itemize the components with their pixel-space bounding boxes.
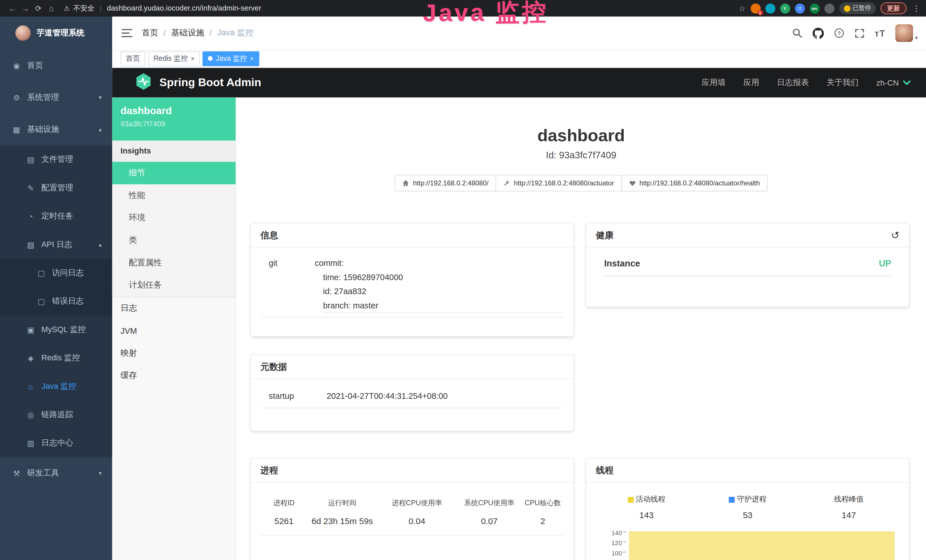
breadcrumb-item[interactable]: 首页: [142, 28, 158, 38]
github-icon[interactable]: [813, 27, 824, 38]
tab-java[interactable]: Java 监控×: [203, 51, 259, 66]
sidebar-item-infra[interactable]: ▦基础设施▴: [0, 114, 112, 145]
instance-link[interactable]: http://192.168.0.2:48080/actuator/health: [621, 175, 767, 191]
url-text[interactable]: dashboard.yudao.iocoder.cn/infra/admin-s…: [107, 4, 261, 12]
sidebar-item-redis[interactable]: ◈Redis 监控: [0, 344, 112, 372]
history-icon[interactable]: ↺: [891, 229, 899, 241]
tool-icon: ⚒: [12, 469, 21, 478]
config-icon: ✎: [26, 183, 35, 192]
sidebar-item-java[interactable]: ♨Java 监控: [0, 372, 112, 401]
security-label[interactable]: 不安全: [73, 3, 95, 13]
extension-icon-orange[interactable]: 1: [750, 3, 760, 13]
db-icon: ▣: [26, 325, 35, 334]
hamburger-icon[interactable]: [112, 29, 142, 37]
user-menu[interactable]: ▾: [896, 24, 918, 42]
threads-chart-plot: [629, 531, 895, 560]
info-line: branch: master: [323, 298, 564, 313]
app-menu: ◉首页⚙系统管理▾▦基础设施▴▤文件管理✎配置管理◔定时任务▧API 日志▴▢访…: [0, 50, 112, 489]
active-dot: [208, 56, 213, 61]
health-card-title: 健康: [596, 230, 613, 241]
process-card: 进程 进程ID5261运行时间6d 23h 15m 59s进程CPU使用率0.0…: [250, 458, 574, 560]
sidebar-item-log-center[interactable]: ▥日志中心: [0, 429, 112, 457]
tab-redis[interactable]: Redis 监控×: [148, 51, 200, 66]
threads-card: 线程 活动线程143守护进程53线程峰值147 140120100: [586, 458, 909, 560]
instance-title: dashboard: [236, 126, 926, 145]
sidebar-item-trace[interactable]: ◎链路追踪: [0, 401, 112, 429]
sba-instance-block[interactable]: dashboard 93a3fc7f7409: [112, 98, 236, 141]
browser-forward-button[interactable]: →: [19, 4, 32, 12]
extension-icon-teal[interactable]: [765, 3, 775, 13]
sidebar-item-file[interactable]: ▤文件管理: [0, 145, 112, 173]
sba-nav-journal[interactable]: 日志报表: [777, 77, 809, 88]
extension-icon-blue[interactable]: ∷: [794, 3, 805, 13]
breadcrumb-item[interactable]: 基础设施: [171, 28, 204, 38]
sidebar-item-label: 错误日志: [52, 296, 84, 306]
browser-home-button[interactable]: ⌂: [45, 4, 58, 12]
sba-item-classes[interactable]: 类: [112, 229, 236, 251]
navbar-right: ? тT ▾: [792, 24, 926, 42]
sba-nav-applications[interactable]: 应用: [743, 77, 760, 88]
sba-item-performance[interactable]: 性能: [112, 184, 236, 207]
process-column-header: 进程CPU使用率: [377, 498, 457, 508]
browser-menu-icon[interactable]: ⋮: [912, 4, 920, 12]
fullscreen-icon[interactable]: [855, 28, 864, 38]
instance-link[interactable]: http://192.168.0.2:48080/actuator: [496, 175, 622, 191]
sidebar-item-error-log[interactable]: ▢错误日志: [0, 287, 112, 315]
extension-icon-gray[interactable]: [824, 3, 834, 13]
process-table: 进程ID5261运行时间6d 23h 15m 59s进程CPU使用率0.04系统…: [260, 490, 564, 536]
language-selector[interactable]: zh-CN: [876, 78, 911, 87]
browser-back-button[interactable]: ←: [6, 4, 19, 12]
close-icon[interactable]: ×: [191, 55, 195, 62]
doc-icon: ▢: [36, 268, 46, 277]
sidebar-item-config[interactable]: ✎配置管理: [0, 174, 112, 202]
extension-icon-on[interactable]: on: [809, 3, 819, 13]
sidebar-item-job[interactable]: ◔定时任务: [0, 202, 112, 230]
sba-item-mappings[interactable]: 映射: [112, 342, 236, 365]
extension-icon-green[interactable]: Y: [780, 3, 790, 13]
font-size-icon[interactable]: тT: [875, 28, 885, 38]
sba-nav-wallboard[interactable]: 应用墙: [702, 77, 726, 88]
tab-home[interactable]: 首页: [120, 51, 145, 66]
breadcrumb: 首页/基础设施/Java 监控: [142, 28, 254, 38]
address-bar[interactable]: ⚠ 不安全 | dashboard.yudao.iocoder.cn/infra…: [64, 3, 261, 13]
sba-item-scheduled-tasks[interactable]: 计划任务: [112, 274, 236, 297]
search-icon[interactable]: [792, 28, 802, 38]
sidebar-item-label: 配置管理: [41, 183, 73, 193]
close-icon[interactable]: ×: [250, 55, 254, 62]
breadcrumb-separator: /: [210, 28, 212, 38]
health-row[interactable]: Instance UP: [604, 258, 891, 277]
sba-item-caches[interactable]: 缓存: [112, 365, 236, 387]
sidebar-item-label: 链路追踪: [41, 409, 73, 420]
info-value: commit:time: 1596289704000id: 27aa832bra…: [315, 256, 564, 313]
sba-item-details[interactable]: 细节: [112, 162, 236, 184]
info-card: 信息 gitcommit:time: 1596289704000id: 27aa…: [250, 223, 574, 337]
sidebar-item-home[interactable]: ◉首页: [0, 50, 112, 82]
bookmark-star-icon[interactable]: ☆: [738, 4, 746, 12]
instance-link[interactable]: http://192.168.0.2:48080/: [395, 175, 496, 191]
sidebar-item-mysql[interactable]: ▣MySQL 监控: [0, 316, 112, 344]
threads-legend-item: 守护进程53: [697, 494, 798, 520]
sidebar-item-label: MySQL 监控: [41, 324, 86, 335]
y-axis-tick: 120: [603, 539, 622, 549]
process-column-value: 6d 23h 15m 59s: [307, 516, 377, 526]
spring-boot-admin-logo: [135, 73, 152, 93]
sba-item-config-props[interactable]: 配置属性: [112, 251, 236, 274]
browser-reload-button[interactable]: ⟳: [32, 4, 45, 12]
threads-chart: 140120100: [596, 529, 899, 560]
sidebar-item-api-log[interactable]: ▧API 日志▴: [0, 230, 112, 259]
help-icon[interactable]: ?: [834, 28, 844, 38]
sidebar-item-access-log[interactable]: ▢访问日志: [0, 259, 112, 287]
sidebar-item-system[interactable]: ⚙系统管理▾: [0, 82, 112, 114]
sba-item-environment[interactable]: 环境: [112, 207, 236, 229]
sidebar-item-dev-tools[interactable]: ⚒研发工具▾: [0, 457, 112, 489]
app-logo[interactable]: 芋道管理系统: [0, 17, 112, 50]
paused-badge[interactable]: 已暂停: [839, 2, 876, 14]
y-axis-tick: 100: [603, 549, 622, 559]
sba-item-logs[interactable]: 日志: [112, 297, 236, 320]
sba-item-jvm[interactable]: JVM: [112, 319, 236, 342]
tags-bar: 首页Redis 监控×Java 监控×: [112, 50, 926, 68]
sba-nav-about[interactable]: 关于我们: [827, 77, 859, 88]
sidebar-item-label: 研发工具: [27, 468, 59, 478]
update-button[interactable]: 更新: [881, 2, 906, 14]
chevron-down-icon: [903, 80, 911, 86]
